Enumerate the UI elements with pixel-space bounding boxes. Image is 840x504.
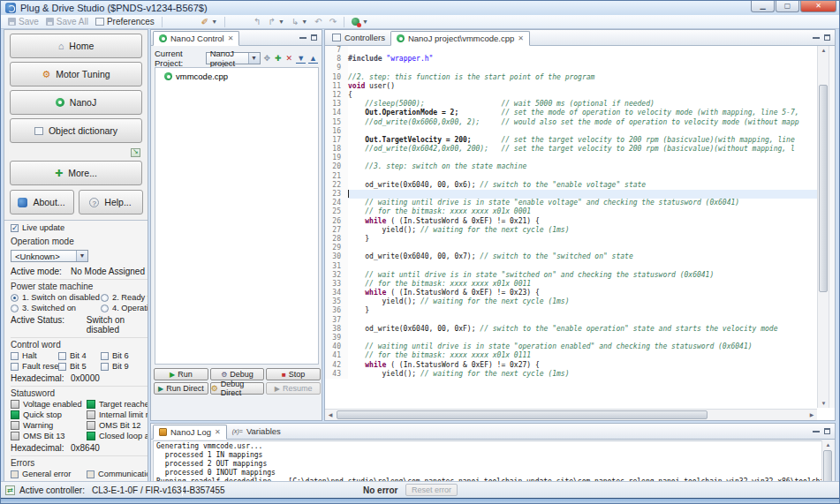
import-project-icon[interactable]: ▼ — [296, 54, 306, 64]
control-word-grid: HaltBit 4Bit 6Fault resetBit 5Bit 9 — [11, 351, 148, 371]
statusword-indicator-target-reached: Target reached — [87, 400, 148, 409]
close-tab-icon[interactable]: ✕ — [518, 34, 524, 42]
code-line: 25 // for the bitmask: xxxx xxxx x01x 00… — [325, 207, 817, 216]
scroll-left-icon[interactable]: ◀ — [325, 410, 336, 420]
debug-button[interactable]: ⚙Debug — [210, 368, 265, 380]
nanoj-icon — [56, 98, 64, 107]
scrollbar-thumb[interactable] — [337, 410, 708, 419]
scrollbar-thumb[interactable] — [819, 85, 828, 292]
undo-button[interactable]: ↶ — [311, 16, 325, 28]
editor-vertical-scrollbar[interactable]: ▲ ▼ — [817, 46, 829, 408]
export-project-icon[interactable]: ▲ — [308, 54, 318, 64]
text-caret — [348, 190, 349, 198]
checkbox-icon — [11, 363, 19, 371]
indicator-off-icon — [87, 470, 95, 478]
wizard-button[interactable]: ✐▼ — [198, 16, 221, 28]
project-tree[interactable]: vmmcode.cpp — [155, 67, 319, 365]
reset-error-button[interactable]: Reset error — [405, 484, 458, 496]
log-icon — [159, 428, 167, 436]
resume-button[interactable]: ▶Resume — [266, 382, 321, 395]
run-direct-button[interactable]: ▶Run Direct — [154, 382, 208, 395]
connect-controller-button[interactable]: ▼ — [348, 16, 372, 28]
minimize-view-icon[interactable] — [813, 430, 820, 433]
tab-nanoj-control[interactable]: NanoJ Control ✕ — [153, 31, 239, 46]
code-line: 42 while ( (In.StatusWord & 0xEF) != 0x2… — [325, 361, 817, 370]
maximize-view-icon[interactable] — [824, 34, 830, 41]
minimize-window-button[interactable]: ▁ — [751, 1, 775, 12]
stop-button[interactable]: ■Stop — [266, 368, 321, 380]
operation-mode-title: Operation mode — [11, 237, 148, 246]
restore-pane-icon[interactable] — [131, 148, 140, 157]
sidebar-button-object-dictionary[interactable]: Object dictionary — [10, 118, 142, 143]
tab-vmmcode[interactable]: NanoJ project\vmmcode.cpp ✕ — [390, 31, 530, 46]
debug-direct-button[interactable]: ⚙Debug Direct — [210, 382, 265, 395]
resume-icon: ▶ — [275, 385, 280, 393]
controlword-checkbox-bit-9[interactable]: Bit 9 — [101, 362, 148, 371]
code-line: 40 // waiting until drive is in state "o… — [325, 342, 817, 351]
radio-switched-on[interactable]: 3. Switched on — [11, 304, 101, 312]
minimize-view-icon[interactable] — [813, 36, 820, 39]
scroll-up-icon[interactable]: ▲ — [822, 440, 834, 449]
code-line: 7 — [325, 46, 817, 55]
tree-item-vmmcode[interactable]: vmmcode.cpp — [155, 71, 318, 82]
back-button[interactable]: ↰ — [250, 16, 264, 28]
controlword-checkbox-fault-reset[interactable]: Fault reset — [11, 362, 58, 371]
tab-nanoj-log[interactable]: NanoJ Log ✕ — [153, 425, 227, 440]
chevron-down-icon: ▼ — [248, 53, 260, 64]
redo-button[interactable]: ↷ — [326, 16, 340, 28]
statusword-indicator-closed-loop-available: Closed loop available — [87, 432, 148, 440]
close-tab-icon[interactable]: ✕ — [215, 428, 221, 436]
scrollbar-thumb[interactable] — [823, 450, 832, 485]
code-line: 22 od_write(0x6040, 00, 0x6); // switch … — [325, 181, 817, 190]
close-tab-icon[interactable]: ✕ — [228, 34, 234, 42]
project-select[interactable]: NanoJ project ▼ — [206, 52, 261, 64]
statusword-indicator-voltage-enabled: Voltage enabled — [11, 400, 87, 409]
about-button[interactable]: About... — [10, 190, 74, 214]
add-project-icon[interactable]: ✚ — [274, 54, 283, 63]
radio-switch-on-disabled[interactable]: 1. Switch on disabled — [11, 293, 101, 302]
minimize-view-icon[interactable] — [299, 36, 306, 39]
sidebar-button-nanoj[interactable]: NanoJ — [10, 90, 142, 115]
controlword-checkbox-bit-4[interactable]: Bit 4 — [58, 351, 101, 360]
maximize-view-icon[interactable] — [824, 428, 830, 434]
controlword-checkbox-halt[interactable]: Halt — [11, 351, 58, 360]
last-edit-location-button[interactable]: ↱▼ — [265, 16, 288, 28]
controlword-hex-label: Hexadecimal: — [11, 373, 65, 383]
controlword-checkbox-bit-6[interactable]: Bit 6 — [101, 351, 148, 360]
run-button[interactable]: ▶Run — [154, 368, 208, 380]
code-area[interactable]: 78#include "wrapper.h"910//2. step: this… — [325, 46, 817, 408]
connect-icon — [352, 18, 359, 26]
sidebar-button-more[interactable]: ✚ More... — [10, 161, 142, 185]
maximize-view-icon[interactable] — [311, 34, 317, 41]
radio-operation-enabled[interactable]: 4. Operation enabled — [101, 304, 148, 312]
tab-controllers[interactable]: Controllers — [327, 30, 390, 45]
forward-button[interactable]: ↳▼ — [288, 16, 311, 28]
radio-ready-to-switch-on[interactable]: 2. Ready to switch on — [101, 293, 148, 302]
power-state-title: Power state machine — [11, 282, 148, 291]
debug-gear-icon: ⚙ — [221, 371, 227, 379]
save-button[interactable]: Save — [4, 16, 42, 28]
checkbox-icon — [58, 363, 66, 371]
play-icon: ▶ — [170, 371, 175, 379]
live-update-checkbox[interactable]: Live update — [11, 223, 148, 232]
close-window-button[interactable]: ✕ — [800, 1, 836, 12]
code-line: 11void user() — [325, 82, 817, 91]
tab-variables[interactable]: (x)= Variables — [227, 424, 286, 439]
delete-project-icon[interactable]: ✕ — [285, 54, 294, 63]
scroll-right-icon[interactable]: ▶ — [806, 410, 817, 420]
preferences-button[interactable]: Preferences — [92, 16, 158, 28]
sidebar-button-home[interactable]: ⌂ Home — [10, 34, 142, 58]
controlword-checkbox-bit-5[interactable]: Bit 5 — [58, 362, 101, 371]
radio-icon — [101, 305, 109, 312]
help-button[interactable]: ? Help... — [79, 190, 143, 214]
sidebar-button-motor-tuning[interactable]: ⚙ Motor Tuning — [10, 62, 142, 87]
save-all-button[interactable]: Save All — [42, 16, 92, 28]
code-line: 17 Out.TargetVelocity = 200; // set the … — [325, 136, 817, 145]
attach-project-icon[interactable]: ✥ — [263, 54, 272, 63]
editor-horizontal-scrollbar[interactable]: ◀ ▶ — [325, 409, 817, 420]
maximize-window-button[interactable]: ▢ — [776, 1, 799, 12]
chevron-down-icon: ▼ — [211, 19, 217, 25]
code-line: 29 — [325, 244, 817, 252]
operation-mode-select[interactable]: <Unknown> ▼ — [11, 250, 88, 262]
redo-icon: ↷ — [329, 18, 337, 26]
